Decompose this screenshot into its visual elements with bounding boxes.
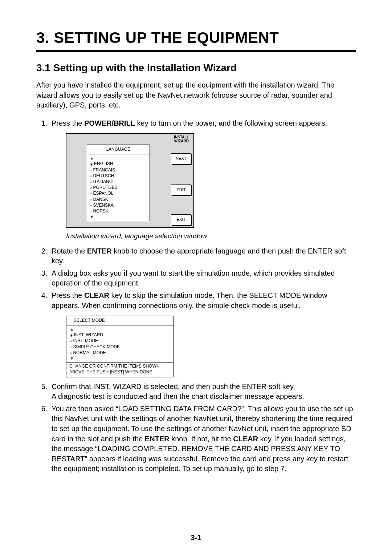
page: 3. SETTING UP THE EQUIPMENT 3.1 Setting … xyxy=(0,0,392,555)
install-wizard-label: INSTALL WIZARD xyxy=(172,135,191,143)
mode-option[interactable]: INST. MODE xyxy=(70,338,170,344)
step-4: Press the CLEAR key to skip the simulati… xyxy=(49,291,356,377)
text: Rotate the xyxy=(52,247,87,255)
text: INSTALL xyxy=(174,135,189,139)
chapter-title: 3. SETTING UP THE EQUIPMENT xyxy=(36,29,356,46)
language-option[interactable]: ITALIANO xyxy=(90,179,147,185)
instruction-text: CHANGE OR CONFIRM THE ITEMS SHOWN ABOVE.… xyxy=(66,362,173,377)
language-title: LANGUAGE xyxy=(87,145,150,154)
text: WIZARD xyxy=(174,139,189,143)
language-list[interactable]: ▲ ENGLISH FRANCAIS DEUTSCH ITALIANO PORU… xyxy=(87,154,150,221)
key-label: ENTER xyxy=(145,435,170,443)
language-option[interactable]: ENGLISH xyxy=(90,161,147,167)
mode-option[interactable]: INST. WIZARD xyxy=(70,332,170,338)
scroll-up-icon[interactable]: ▲ xyxy=(70,327,170,332)
key-label: POWER/BRILL xyxy=(84,119,135,127)
select-mode-title: SELECT MODE xyxy=(66,316,173,325)
step-1: Press the POWER/BRILL key to turn on the… xyxy=(49,118,356,241)
language-option[interactable]: FRANCAIS xyxy=(90,167,147,173)
page-number: 3-1 xyxy=(0,534,392,542)
text: Press the xyxy=(52,119,84,127)
step-list: Press the POWER/BRILL key to turn on the… xyxy=(36,118,356,474)
scroll-up-icon[interactable]: ▲ xyxy=(90,156,147,161)
key-label: CLEAR xyxy=(233,435,258,443)
key-label: CLEAR xyxy=(84,291,109,299)
text: knob. If not, hit the xyxy=(170,435,233,443)
language-option[interactable]: DEUTSCH xyxy=(90,173,147,179)
step-2: Rotate the ENTER knob to choose the appr… xyxy=(49,246,356,266)
text: ABOVE. THE PUSH [NEXT] WHEN DONE. xyxy=(69,369,154,374)
language-option[interactable]: PORUTGES xyxy=(90,185,147,190)
text: A diagnostic test is conducted and then … xyxy=(52,392,304,400)
language-option[interactable]: SVENSKA xyxy=(90,202,147,208)
scroll-down-icon[interactable]: ▼ xyxy=(90,214,147,219)
text: Press the xyxy=(52,291,84,299)
next-button[interactable]: NEXT xyxy=(171,153,191,164)
section-title: 3.1 Setting up with the Installation Wiz… xyxy=(36,62,356,74)
mode-option[interactable]: SIMPLE CHECK MODE xyxy=(70,344,170,350)
scroll-down-icon[interactable]: ▼ xyxy=(70,356,170,361)
mode-list[interactable]: ▲ INST. WIZARD INST. MODE SIMPLE CHECK M… xyxy=(66,325,173,363)
step-6: You are then asked “LOAD SETTING DATA FR… xyxy=(49,404,356,474)
mode-option[interactable]: NORMAL MODE xyxy=(70,350,170,356)
intro-paragraph: After you have installed the equipment, … xyxy=(36,80,356,110)
figure-caption: Installation wizard, language selection … xyxy=(66,231,356,241)
text: CHANGE OR CONFIRM THE ITEMS SHOWN xyxy=(69,364,159,369)
select-mode-figure: SELECT MODE ▲ INST. WIZARD INST. MODE SI… xyxy=(66,316,173,377)
divider xyxy=(36,50,356,52)
language-panel: LANGUAGE ▲ ENGLISH FRANCAIS DEUTSCH ITAL… xyxy=(87,145,150,221)
language-wizard-figure: INSTALL WIZARD NEXT EDIT EXIT LANGUAGE ▲… xyxy=(66,133,194,228)
edit-button[interactable]: EDIT xyxy=(171,185,191,195)
key-label: ENTER xyxy=(87,247,112,255)
language-option[interactable]: DANSK xyxy=(90,197,147,202)
language-option[interactable]: ESPANOL xyxy=(90,190,147,196)
text: Confirm that INST. WIZARD is selected, a… xyxy=(52,382,295,390)
text: key to turn on the power, and the follow… xyxy=(135,119,327,127)
step-3: A dialog box asks you if you want to sta… xyxy=(49,268,356,288)
step-5: Confirm that INST. WIZARD is selected, a… xyxy=(49,382,356,402)
exit-button[interactable]: EXIT xyxy=(171,214,191,225)
language-option[interactable]: NORSK xyxy=(90,208,147,214)
